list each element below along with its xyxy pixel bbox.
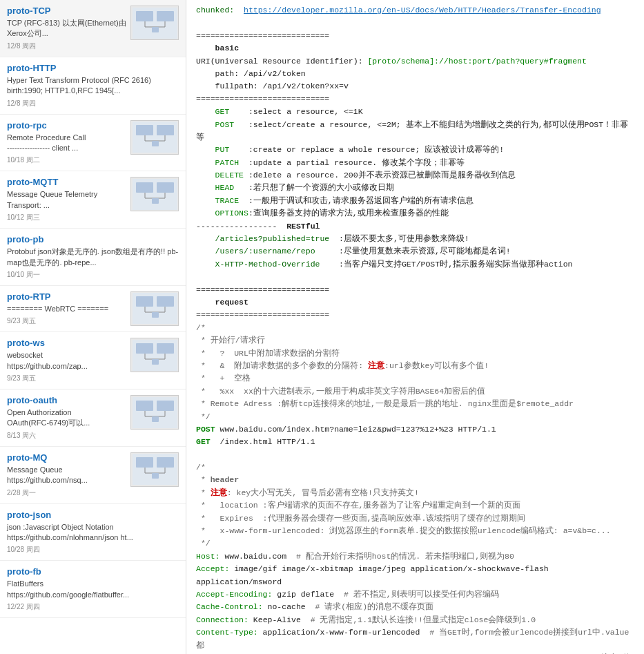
svg-rect-2 [157,11,174,21]
svg-rect-8 [136,125,153,135]
sidebar-meta-proto-http: 12/8 周四 [7,99,179,108]
sidebar-title-proto-http: proto-HTTP [7,63,179,73]
svg-rect-27 [152,312,159,318]
svg-rect-9 [157,125,174,135]
sidebar-item-proto-fb[interactable]: proto-fb FlatBuffershttps://github.com/g… [0,561,186,618]
sidebar-desc-proto-json: json :Javascript Object Notationhttps://… [7,522,179,544]
sidebar-item-proto-rtp[interactable]: proto-RTP ======== WebRTC ======= 9/23 周… [0,286,186,332]
svg-rect-43 [136,457,153,468]
sidebar-item-proto-rpc[interactable]: proto-rpc Remote Procedure Call---------… [0,115,186,172]
sidebar-thumb-proto-oauth [130,395,179,430]
sidebar-item-proto-json[interactable]: proto-json json :Javascript Object Notat… [0,504,186,561]
sidebar-meta-proto-json: 10/28 周四 [7,545,179,555]
sidebar-desc-proto-pb: Protobuf json对象是无序的. json数组是有序的!! pb-map… [7,247,179,268]
svg-rect-29 [136,343,153,354]
sidebar-thumb-proto-rpc [130,120,179,155]
svg-rect-16 [157,182,174,193]
sidebar: proto-TCP TCP (RFC-813) 以太网(Ethernet)由Xe… [0,0,186,654]
sidebar-title-proto-pb: proto-pb [7,234,179,244]
svg-rect-37 [157,401,174,411]
sidebar-desc-proto-fb: FlatBuffershttps://github.com/google/fla… [7,579,179,600]
sidebar-meta-proto-ws: 9/23 周五 [7,374,179,383]
sidebar-thumb-proto-mq [130,452,179,487]
svg-rect-20 [152,198,159,204]
sidebar-meta-proto-pb: 10/10 周一 [7,270,179,280]
svg-rect-13 [152,141,159,146]
content-text: chunked: https://developer.mozilla.org/e… [196,4,634,654]
svg-rect-34 [152,359,159,365]
sidebar-item-proto-tcp[interactable]: proto-TCP TCP (RFC-813) 以太网(Ethernet)由Xe… [0,0,186,57]
sidebar-desc-proto-http: Hyper Text Transform Protocol (RFC 2616)… [7,75,179,97]
sidebar-meta-proto-mq: 2/28 周一 [7,488,179,498]
sidebar-item-proto-pb[interactable]: proto-pb Protobuf json对象是无序的. json数组是有序的… [0,229,186,286]
sidebar-title-proto-fb: proto-fb [7,566,179,577]
svg-rect-15 [136,182,153,193]
svg-rect-44 [157,457,174,468]
sidebar-thumb-proto-ws [130,338,179,372]
sidebar-item-proto-mq[interactable]: proto-MQ Message Queuehttps://github.com… [0,447,186,504]
sidebar-meta-proto-fb: 12/22 周四 [7,602,179,612]
svg-rect-6 [152,27,159,32]
svg-rect-41 [152,416,159,422]
sidebar-thumb-proto-tcp [130,6,179,40]
svg-rect-36 [136,401,153,411]
sidebar-item-proto-http[interactable]: proto-HTTP Hyper Text Transform Protocol… [0,57,186,115]
sidebar-meta-proto-rpc: 10/18 周二 [7,155,179,165]
svg-rect-48 [152,473,159,479]
sidebar-item-proto-ws[interactable]: proto-ws websockethttps://github.com/zap… [0,332,186,389]
sidebar-meta-proto-tcp: 12/8 周四 [7,41,179,51]
chunked-link[interactable]: https://developer.mozilla.org/en-US/docs… [244,6,601,15]
sidebar-thumb-proto-mqtt [130,177,179,211]
svg-rect-30 [157,343,174,354]
sidebar-meta-proto-oauth: 8/13 周六 [7,431,179,441]
sidebar-thumb-proto-rtp [130,291,179,326]
main-content: chunked: https://developer.mozilla.org/e… [186,0,644,654]
svg-rect-22 [136,296,153,307]
sidebar-meta-proto-mqtt: 10/12 周三 [7,213,179,222]
sidebar-title-proto-json: proto-json [7,510,179,520]
sidebar-item-proto-oauth[interactable]: proto-oauth Open AuthorizationOAuth(RFC-… [0,389,186,447]
svg-rect-23 [157,296,174,307]
sidebar-item-proto-mqtt[interactable]: proto-MQTT Message Queue Telemetry Trans… [0,171,186,229]
svg-rect-1 [136,11,153,21]
